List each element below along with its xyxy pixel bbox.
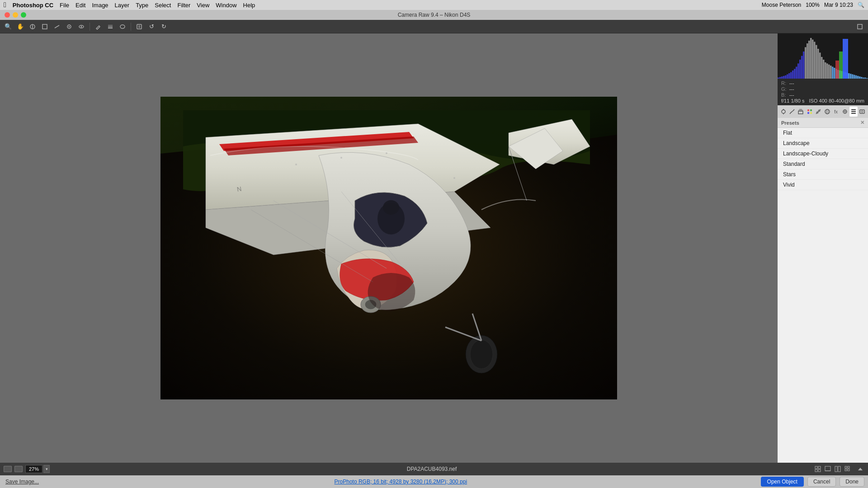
photo-canvas: N [160, 97, 617, 399]
menu-edit[interactable]: Edit [75, 2, 85, 9]
apple-menu[interactable]:  [4, 1, 6, 9]
menu-right-area: Moose Peterson 100% Mar 9 10:23 🔍 [762, 2, 864, 8]
svg-point-52 [825, 109, 830, 114]
svg-point-37 [340, 157, 342, 159]
filmstrip-icon[interactable] [4, 466, 12, 472]
compare-icon[interactable] [14, 466, 23, 472]
image-area[interactable]: N [0, 33, 778, 463]
crop-tool[interactable] [39, 21, 50, 32]
rotate-cw-tool[interactable]: ↻ [158, 21, 169, 32]
svg-rect-65 [818, 469, 821, 472]
toolbar: 🔍 ✋ ↺ ↻ [0, 20, 868, 33]
compare-view-icon[interactable] [834, 465, 842, 473]
menu-view[interactable]: View [197, 2, 209, 9]
menu-filter[interactable]: Filter [177, 2, 190, 9]
svg-rect-47 [810, 109, 812, 111]
menu-window[interactable]: Window [216, 2, 236, 9]
svg-point-38 [386, 152, 387, 154]
r-label: R: [781, 80, 787, 86]
svg-point-23 [383, 200, 399, 215]
status-filename: DPA2ACUB4093.nef [52, 466, 811, 472]
panel-close-button[interactable]: ✕ [860, 120, 864, 126]
graduated-filter-tool[interactable] [105, 21, 116, 32]
svg-rect-57 [851, 109, 856, 110]
zoom-arrow[interactable]: ▾ [43, 465, 50, 473]
tab-lens[interactable] [823, 107, 831, 117]
menu-percent: 100% [806, 2, 820, 8]
svg-rect-68 [835, 466, 837, 472]
tab-hsl[interactable] [806, 107, 813, 117]
save-image-button[interactable]: Save Image... [4, 478, 41, 486]
preferences-tool[interactable] [134, 21, 145, 32]
white-balance-tool[interactable] [27, 21, 38, 32]
maximize-button[interactable] [21, 12, 26, 18]
airplane-image: N [183, 110, 590, 381]
collapse-panel-icon[interactable] [856, 465, 864, 473]
preset-standard[interactable]: Standard [778, 159, 868, 169]
svg-rect-66 [825, 466, 830, 471]
separator-2 [131, 23, 131, 31]
tab-presets[interactable] [849, 107, 857, 117]
tab-split-toning[interactable] [815, 107, 822, 117]
r-value: --- [789, 80, 864, 86]
histogram-area [778, 33, 868, 79]
file-info[interactable]: ProPhoto RGB; 16 bit; 4928 by 3280 (16.2… [41, 479, 761, 485]
svg-rect-43 [798, 111, 803, 114]
fullscreen-toggle[interactable] [854, 21, 865, 32]
survey-icon[interactable] [844, 465, 852, 473]
zoom-input[interactable] [25, 465, 42, 473]
menu-user: Moose Peterson [762, 2, 801, 8]
preset-landscape[interactable]: Landscape [778, 138, 868, 149]
done-button[interactable]: Done [840, 477, 864, 487]
panel-tabs: fx [778, 105, 868, 118]
rotate-ccw-tool[interactable]: ↺ [146, 21, 157, 32]
presets-header: Presets ✕ [778, 118, 868, 128]
menu-photoshop[interactable]: Photoshop CC [13, 2, 53, 9]
svg-rect-60 [860, 110, 864, 113]
straighten-tool[interactable] [52, 21, 62, 32]
tab-basic[interactable] [779, 107, 787, 117]
hand-tool[interactable]: ✋ [15, 21, 26, 32]
menu-datetime: Mar 9 10:23 [824, 2, 853, 8]
menu-layer[interactable]: Layer [115, 2, 130, 9]
zoom-tool[interactable]: 🔍 [3, 21, 14, 32]
spot-removal-tool[interactable] [64, 21, 75, 32]
svg-line-28 [445, 327, 481, 341]
preset-flat[interactable]: Flat [778, 128, 868, 138]
minimize-button[interactable] [13, 12, 18, 18]
tab-detail[interactable] [797, 107, 805, 117]
loupe-icon[interactable] [824, 465, 832, 473]
open-object-button[interactable]: Open Object [761, 477, 804, 487]
cancel-button[interactable]: Cancel [807, 477, 836, 487]
tab-tone-curve[interactable] [788, 107, 796, 117]
svg-point-7 [81, 26, 82, 27]
radial-filter-tool[interactable] [117, 21, 128, 32]
menu-image[interactable]: Image [92, 2, 108, 9]
menu-type[interactable]: Type [136, 2, 148, 9]
camera-info: R: --- G: --- B: --- f/11 1/80 s ISO 400… [778, 79, 868, 105]
tab-calibration[interactable] [841, 107, 849, 117]
menu-select[interactable]: Select [155, 2, 171, 9]
preset-landscape-cloudy[interactable]: Landscape-Cloudy [778, 149, 868, 159]
svg-point-61 [861, 111, 863, 113]
close-button[interactable] [5, 12, 10, 18]
svg-rect-16 [858, 24, 862, 29]
tab-effects[interactable]: fx [832, 107, 840, 117]
adjustment-brush-tool[interactable] [93, 21, 104, 32]
preset-vivid[interactable]: Vivid [778, 180, 868, 190]
svg-point-39 [453, 177, 455, 179]
grid-view-icon[interactable] [814, 465, 822, 473]
tab-snapshots[interactable] [859, 107, 866, 117]
presets-panel: Presets ✕ Flat Landscape Landscape-Cloud… [778, 118, 868, 463]
menu-help[interactable]: Help [243, 2, 255, 9]
svg-rect-63 [818, 466, 821, 469]
window-title: Camera Raw 9.4 – Nikon D4S [398, 12, 471, 18]
g-label: G: [781, 86, 787, 92]
preset-stars[interactable]: Stars [778, 169, 868, 180]
action-bar: Save Image... ProPhoto RGB; 16 bit; 4928… [0, 475, 868, 488]
svg-point-11 [120, 25, 125, 28]
menu-file[interactable]: File [60, 2, 69, 9]
menu-search-icon[interactable]: 🔍 [858, 2, 864, 8]
svg-marker-74 [858, 468, 863, 470]
red-eye-tool[interactable] [76, 21, 87, 32]
